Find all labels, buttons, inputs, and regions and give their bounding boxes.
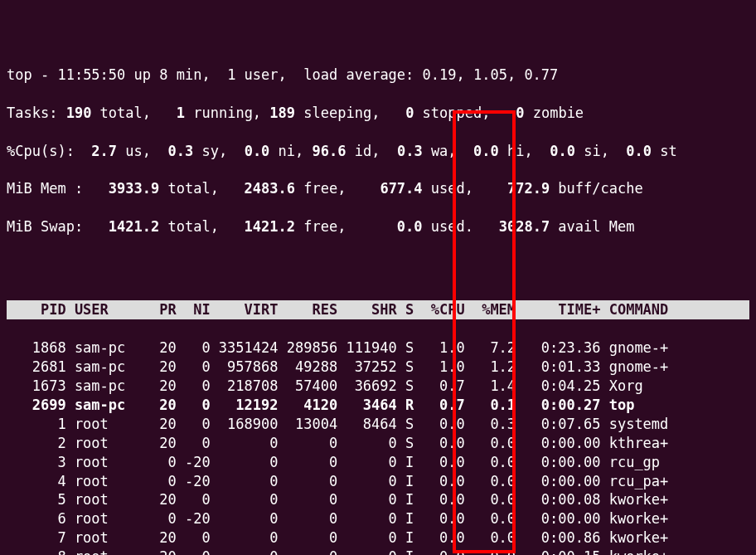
process-row[interactable]: 8 root 20 0 0 0 0 I 0.0 0.0 0:00.15 kwor… — [7, 548, 749, 555]
process-row[interactable]: 7 root 20 0 0 0 0 I 0.0 0.0 0:00.86 kwor… — [7, 528, 749, 548]
summary-line-tasks: Tasks: 190 total, 1 running, 189 sleepin… — [7, 104, 749, 123]
process-row[interactable]: 1673 sam-pc 20 0 218708 57400 36692 S 0.… — [7, 377, 749, 396]
process-row[interactable]: 4 root 0 -20 0 0 0 I 0.0 0.0 0:00.00 rcu… — [7, 472, 749, 491]
terminal-window[interactable]: top - 11:55:50 up 8 min, 1 user, load av… — [0, 0, 756, 555]
summary-line-swap: MiB Swap: 1421.2 total, 1421.2 free, 0.0… — [7, 217, 749, 236]
process-table-header[interactable]: PID USER PR NI VIRT RES SHR S %CPU %MEM … — [7, 300, 749, 319]
summary-line-time: top - 11:55:50 up 8 min, 1 user, load av… — [7, 66, 749, 85]
process-table-body: 1868 sam-pc 20 0 3351424 289856 111940 S… — [7, 338, 749, 555]
process-row[interactable]: 2681 sam-pc 20 0 957868 49288 37252 S 1.… — [7, 358, 749, 377]
process-row[interactable]: 6 root 0 -20 0 0 0 I 0.0 0.0 0:00.00 kwo… — [7, 509, 749, 528]
summary-line-mem: MiB Mem : 3933.9 total, 2483.6 free, 677… — [7, 179, 749, 198]
summary-line-cpu: %Cpu(s): 2.7 us, 0.3 sy, 0.0 ni, 96.6 id… — [7, 142, 749, 161]
process-row[interactable]: 1868 sam-pc 20 0 3351424 289856 111940 S… — [7, 338, 749, 358]
process-row[interactable]: 2699 sam-pc 20 0 12192 4120 3464 R 0.7 0… — [7, 396, 749, 415]
process-row[interactable]: 5 root 20 0 0 0 0 I 0.0 0.0 0:00.08 kwor… — [7, 490, 749, 509]
process-row[interactable]: 1 root 20 0 168900 13004 8464 S 0.0 0.3 … — [7, 415, 749, 434]
process-row[interactable]: 3 root 0 -20 0 0 0 I 0.0 0.0 0:00.00 rcu… — [7, 453, 749, 472]
process-row[interactable]: 2 root 20 0 0 0 0 S 0.0 0.0 0:00.00 kthr… — [7, 434, 749, 453]
top-summary: top - 11:55:50 up 8 min, 1 user, load av… — [7, 46, 749, 275]
